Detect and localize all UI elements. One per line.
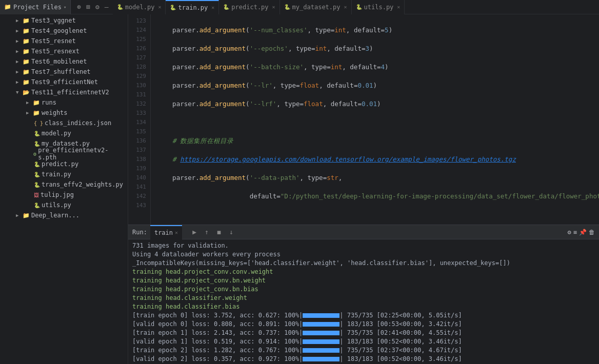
minimize-button[interactable]: — (104, 3, 110, 11)
folder-icon: 📁 (23, 212, 30, 219)
sidebar-item-test4[interactable]: ▶ 📁 Test4_googlenet (0, 26, 128, 36)
terminal-line: training head.project_conv.conv.weight (132, 268, 595, 276)
terminal-line: [train epoch 2] loss: 1.282, acc: 0.767:… (132, 346, 595, 355)
project-files-tab[interactable]: 📁 Project Files ▾ (0, 0, 71, 14)
project-files-label: Project Files (13, 4, 62, 11)
terminal-line: training head.classifier.weight (132, 294, 595, 302)
run-button[interactable]: ▶ (189, 227, 199, 237)
py-file-icon: 🐍 (223, 4, 229, 10)
code-line-131: parser.add_argument('--data-path', type=… (157, 173, 599, 183)
item-label: Test3_vggnet (31, 17, 76, 24)
sidebar-item-pth[interactable]: ⚙ pre_efficientnetv2-s.pth (0, 149, 128, 159)
sidebar-item-deep-learn[interactable]: ▶ 📁 Deep_learn... (0, 210, 128, 220)
terminal-content[interactable]: 731 images for validation. Using 4 datal… (128, 239, 599, 364)
expand-arrow: ▶ (16, 79, 21, 85)
sidebar-item-class-indices[interactable]: { } class_indices.json (0, 118, 128, 128)
expand-arrow: ▼ (16, 90, 21, 95)
py-file-icon: 🐍 (356, 4, 362, 10)
stop-button[interactable]: ◼ (214, 227, 224, 237)
code-editor[interactable]: 123 124 125 126 127 128 129 130 131 132 … (128, 14, 599, 225)
tab-model-py[interactable]: 🐍 model.py ✕ (113, 0, 166, 14)
scroll-up-button[interactable]: ↑ (202, 227, 212, 237)
sidebar-item-tulip[interactable]: 🖼 tulip.jpg (0, 190, 128, 200)
close-icon[interactable]: ✕ (272, 4, 275, 10)
item-label: tulip.jpg (41, 191, 74, 198)
jpg-file-icon: 🖼 (34, 192, 39, 198)
terminal-line: _IncompatibleKeys(missing_keys=['head.cl… (132, 259, 595, 268)
item-label: Test6_mobilenet (31, 58, 87, 65)
item-label: trans_effv2_weights.py (42, 181, 123, 188)
py-file-icon: 🐍 (34, 172, 40, 177)
py-file-icon: 🐍 (34, 161, 40, 167)
sidebar-item-test6[interactable]: ▶ 📁 Test6_mobilenet (0, 56, 128, 67)
tab-actions: ⊕ ⊞ ⚙ — (73, 3, 112, 11)
sidebar-item-train[interactable]: 🐍 train.py (0, 169, 128, 179)
expand-arrow: ▶ (16, 213, 21, 218)
item-label: train.py (42, 171, 71, 178)
item-label: Test9_efficientNet (31, 78, 98, 86)
sidebar-item-test7[interactable]: ▶ 📁 Test7_shufflenet (0, 67, 128, 77)
close-icon[interactable]: ✕ (344, 4, 347, 10)
item-label: model.py (42, 130, 71, 137)
item-label: Test7_shufflenet (31, 68, 91, 75)
py-file-icon: 🐍 (34, 131, 40, 136)
expand-arrow: ▶ (16, 59, 21, 64)
item-label: Test11_efficientnetV2 (31, 89, 109, 96)
tab-predict-py[interactable]: 🐍 predict.py ✕ (219, 0, 279, 14)
code-line-133 (157, 210, 599, 219)
tab-label: model.py (125, 4, 155, 11)
sidebar-item-weights[interactable]: ▶ 📁 weights (0, 108, 128, 118)
item-label: predict.py (42, 160, 78, 168)
item-label: Test4_googlenet (31, 27, 87, 34)
settings-icon[interactable]: ⚙ (568, 229, 571, 236)
folder-icon: 📁 (23, 58, 30, 65)
code-line-126: parser.add_argument('--lr', type=float, … (157, 81, 599, 90)
folder-icon: 📁 (23, 28, 30, 34)
sidebar-item-utils[interactable]: 🐍 utils.py (0, 200, 128, 210)
sidebar-item-test11[interactable]: ▼ 📂 Test11_efficientnetV2 (0, 87, 128, 97)
code-content: parser.add_argument('--num_classes', typ… (151, 14, 599, 225)
trash-icon[interactable]: 🗑 (589, 229, 595, 236)
terminal-line: [train epoch 0] loss: 3.752, acc: 0.627:… (132, 311, 595, 320)
sidebar-item-runs[interactable]: ▶ 📁 runs (0, 97, 128, 108)
terminal-controls: ▶ ↑ ◼ ↓ (189, 227, 236, 237)
sidebar-item-test9[interactable]: ▶ 📁 Test9_efficientNet (0, 77, 128, 87)
code-line-124: parser.add_argument('--epochs', type=int… (157, 44, 599, 53)
sidebar-item-model-py[interactable]: 🐍 model.py (0, 128, 128, 138)
py-file-icon: 🐍 (284, 4, 290, 10)
sidebar-item-test5rx[interactable]: ▶ 📁 Test5_resnext (0, 46, 128, 56)
split-button[interactable]: ⊞ (85, 3, 91, 11)
list-icon[interactable]: ≡ (573, 229, 577, 236)
pth-file-icon: ⚙ (33, 151, 36, 157)
editor-tabs: 🐍 model.py ✕ 🐍 train.py ✕ 🐍 predict.py ✕… (113, 0, 599, 14)
tab-my-dataset-py[interactable]: 🐍 my_dataset.py ✕ (280, 0, 352, 14)
pin-icon[interactable]: 📌 (579, 229, 587, 236)
line-numbers: 123 124 125 126 127 128 129 130 131 132 … (128, 14, 151, 225)
item-label: Deep_learn... (31, 212, 79, 219)
tab-bar: 📁 Project Files ▾ ⊕ ⊞ ⚙ — 🐍 model.py ✕ 🐍… (0, 0, 599, 14)
expand-arrow: ▶ (16, 49, 21, 54)
tab-train-py[interactable]: 🐍 train.py ✕ (166, 0, 219, 14)
add-tab-button[interactable]: ⊕ (76, 3, 82, 11)
expand-arrow: ▶ (16, 18, 21, 23)
terminal-line: training head.project_conv.bn.weight (132, 276, 595, 285)
terminal-tab-train[interactable]: train ✕ (150, 225, 182, 239)
item-label: pre_efficientnetv2-s.pth (38, 147, 126, 161)
terminal-line: training head.project_conv.bn.bias (132, 285, 595, 294)
settings-button[interactable]: ⚙ (94, 3, 101, 11)
tab-utils-py[interactable]: 🐍 utils.py ✕ (352, 0, 405, 14)
tab-label: predict.py (231, 4, 268, 11)
folder-icon: 📁 (23, 17, 30, 24)
close-icon[interactable]: ✕ (175, 230, 178, 235)
folder-icon: 📁 (33, 110, 40, 116)
scroll-down-button[interactable]: ↓ (226, 227, 236, 237)
sidebar-item-trans[interactable]: 🐍 trans_effv2_weights.py (0, 179, 128, 190)
item-label: my_dataset.py (42, 140, 90, 147)
terminal-panel: Run: train ✕ ▶ ↑ ◼ ↓ ⚙ ≡ 📌 🗑 (128, 225, 599, 364)
close-icon[interactable]: ✕ (158, 4, 161, 10)
terminal-right-controls: ⚙ ≡ 📌 🗑 (568, 229, 595, 236)
sidebar-item-test5r[interactable]: ▶ 📁 Test5_resnet (0, 36, 128, 46)
close-icon[interactable]: ✕ (397, 4, 400, 10)
sidebar-item-test3[interactable]: ▶ 📁 Test3_vggnet (0, 15, 128, 26)
close-icon[interactable]: ✕ (211, 5, 214, 10)
